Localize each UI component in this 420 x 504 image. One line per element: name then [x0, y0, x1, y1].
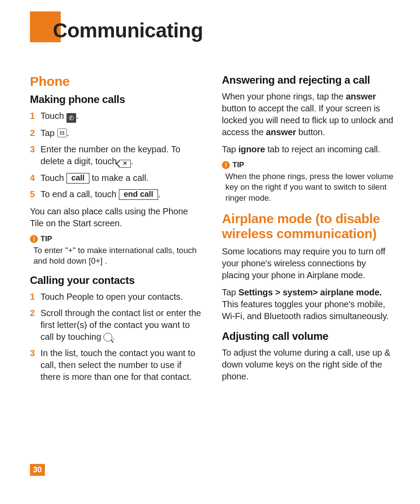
- step-text: Touch: [41, 111, 66, 121]
- dialpad-icon: [57, 129, 67, 137]
- heading-answering: Answering and rejecting a call: [222, 74, 394, 86]
- tip-header: ! TIP: [30, 235, 202, 243]
- body-text: You can also place calls using the Phone…: [30, 206, 202, 229]
- manual-page: Communicating Phone Making phone calls 1…: [0, 0, 420, 504]
- heading-adjusting-volume: Adjusting call volume: [222, 330, 394, 342]
- text-run: tab to reject an incoming call.: [265, 144, 380, 154]
- step-text: Tap: [41, 128, 57, 138]
- body-text: To adjust the volume during a call, use …: [222, 347, 394, 383]
- step-text: .: [112, 332, 115, 342]
- body-text: When your phone rings, tap the answer bu…: [222, 91, 394, 138]
- step-number: 3: [30, 347, 41, 359]
- call-button-graphic: call: [66, 173, 89, 184]
- step-number: 2: [30, 307, 41, 319]
- step-number: 4: [30, 172, 41, 184]
- step-text: Touch: [41, 173, 66, 183]
- step-text: Touch People to open your contacts.: [41, 291, 202, 303]
- step-number: 1: [30, 110, 41, 122]
- list-item: 2 Tap .: [30, 127, 202, 139]
- text-run: When your phone rings, tap the: [222, 92, 346, 101]
- heading-making-calls: Making phone calls: [30, 93, 202, 106]
- heading-airplane-mode: Airplane mode (to disable wireless commu…: [222, 211, 394, 241]
- step-text: To end a call, touch: [41, 189, 119, 199]
- step-text: .: [158, 189, 161, 199]
- list-item: 2 Scroll through the contact list or ent…: [30, 307, 202, 343]
- body-text: Tap Settings > system> airplane mode. Th…: [222, 287, 394, 322]
- step-number: 1: [30, 291, 41, 303]
- text-run: This features toggles your phone's mobil…: [222, 299, 389, 321]
- tip-header: ! TIP: [222, 161, 394, 169]
- tip-body: When the phone rings, press the lower vo…: [225, 171, 394, 203]
- list-item: 3 Enter the number on the keypad. To del…: [30, 143, 202, 167]
- step-text: .: [67, 128, 70, 138]
- text-run: Tap: [222, 287, 238, 297]
- backspace-icon: ✕: [119, 160, 131, 168]
- step-text: .: [76, 111, 79, 121]
- step-text: Enter the number on the keypad. To delet…: [41, 144, 181, 166]
- phone-icon: ✆: [66, 113, 76, 123]
- left-column: Phone Making phone calls 1 Touch ✆. 2 Ta…: [30, 71, 202, 388]
- tip-label: TIP: [232, 161, 244, 169]
- list-item: 1 Touch People to open your contacts.: [30, 291, 202, 303]
- step-text: Scroll through the contact list or enter…: [41, 308, 201, 342]
- heading-phone: Phone: [30, 74, 202, 89]
- list-item: 1 Touch ✆.: [30, 110, 202, 123]
- text-bold: answer: [346, 92, 376, 101]
- body-text: Tap ignore tab to reject an incoming cal…: [222, 143, 394, 155]
- page-title: Communicating: [53, 18, 203, 42]
- body-text: Some locations may require you to turn o…: [222, 246, 394, 281]
- list-item: 5 To end a call, touch end call.: [30, 188, 202, 200]
- text-bold: answer: [266, 127, 296, 137]
- text-bold: ignore: [238, 144, 265, 154]
- step-number: 5: [30, 188, 41, 200]
- list-item: 4 Touch call to make a call.: [30, 172, 202, 184]
- step-text: .: [131, 156, 133, 166]
- step-text: In the list, touch the contact you want …: [41, 347, 202, 383]
- step-number: 3: [30, 143, 41, 155]
- text-run: button.: [296, 127, 325, 137]
- search-icon: [103, 333, 112, 342]
- tip-body: To enter "+" to make international calls…: [33, 245, 202, 267]
- steps-calling-contacts: 1 Touch People to open your contacts. 2 …: [30, 291, 202, 383]
- end-call-button-graphic: end call: [119, 189, 158, 200]
- right-column: Answering and rejecting a call When your…: [222, 71, 394, 388]
- text-run: Tap: [222, 144, 238, 154]
- tip-label: TIP: [41, 235, 52, 243]
- steps-making-calls: 1 Touch ✆. 2 Tap . 3 Enter: [30, 110, 202, 200]
- list-item: 3 In the list, touch the contact you wan…: [30, 347, 202, 383]
- page-number: 30: [30, 464, 45, 476]
- step-number: 2: [30, 127, 41, 139]
- heading-calling-contacts: Calling your contacts: [30, 274, 202, 287]
- tip-icon: !: [30, 235, 38, 243]
- text-bold: Settings > system> airplane mode.: [238, 287, 382, 297]
- tip-icon: !: [222, 161, 230, 169]
- step-text: to make a call.: [92, 173, 149, 183]
